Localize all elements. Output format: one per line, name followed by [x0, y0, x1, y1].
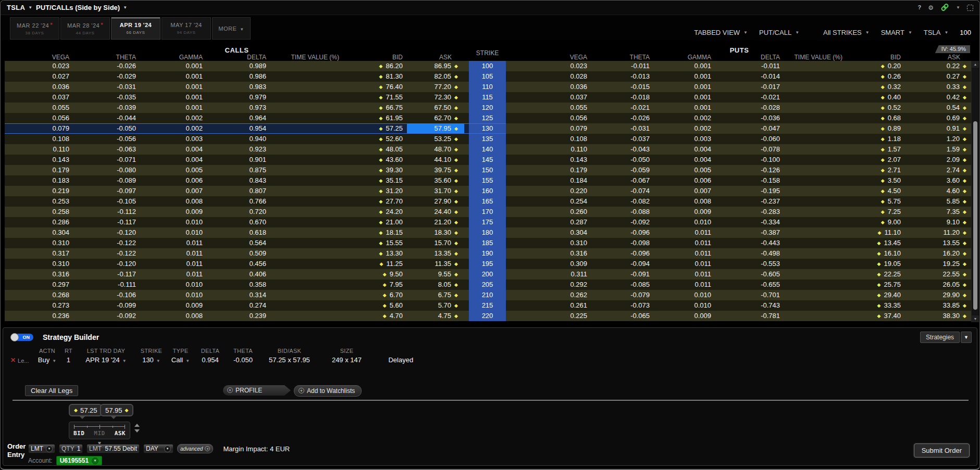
- tab-apr-19-24[interactable]: APR 19 '24 66 DAYS: [111, 17, 160, 40]
- call-vega[interactable]: 0.179: [5, 165, 80, 175]
- tif-select[interactable]: DAY ▼: [143, 444, 173, 453]
- call-bid[interactable]: ◆48.05: [350, 144, 407, 155]
- put-time-value[interactable]: [790, 248, 853, 259]
- call-vega[interactable]: 0.304: [5, 227, 80, 238]
- call-ask[interactable]: 67.50◆: [407, 103, 464, 113]
- put-time-value[interactable]: [790, 61, 853, 71]
- put-theta[interactable]: -0.031: [598, 123, 660, 134]
- put-bid[interactable]: ◆33.35: [853, 300, 905, 311]
- put-vega[interactable]: 0.316: [506, 248, 598, 259]
- put-gamma[interactable]: 0.009: [660, 207, 722, 217]
- call-vega[interactable]: 0.316: [5, 269, 80, 280]
- call-gamma[interactable]: 0.010: [146, 217, 213, 227]
- put-delta[interactable]: -0.078: [722, 144, 790, 155]
- leg-col-value[interactable]: Call▼: [166, 355, 194, 365]
- col-header-delta[interactable]: DELTA: [722, 54, 790, 61]
- put-ask[interactable]: 0.69◆: [905, 113, 973, 123]
- put-ask[interactable]: 11.20◆: [905, 227, 973, 238]
- strike-cell[interactable]: 140: [469, 144, 506, 155]
- col-header-bid[interactable]: BID: [350, 54, 407, 61]
- option-row-165[interactable]: 0.253-0.1050.0080.766◆27.7027.90◆1650.25…: [5, 196, 973, 207]
- call-theta[interactable]: -0.026: [80, 61, 146, 71]
- put-theta[interactable]: -0.096: [598, 248, 660, 259]
- put-bid[interactable]: ◆37.40: [853, 311, 905, 321]
- put-time-value[interactable]: [790, 259, 853, 269]
- call-theta[interactable]: -0.056: [80, 134, 146, 144]
- tab-mar-22-24[interactable]: MAR 22 '24■ 38 DAYS: [10, 17, 59, 40]
- put-bid[interactable]: ◆0.68: [853, 113, 905, 123]
- put-vega[interactable]: 0.309: [506, 259, 598, 269]
- put-gamma[interactable]: 0.010: [660, 290, 722, 300]
- call-time-value[interactable]: [277, 155, 350, 165]
- put-bid[interactable]: ◆29.40: [853, 290, 905, 300]
- put-delta[interactable]: -0.047: [722, 123, 790, 134]
- leg-col-value[interactable]: Buy▼: [33, 355, 61, 365]
- put-time-value[interactable]: [790, 196, 853, 207]
- call-gamma[interactable]: 0.008: [146, 196, 213, 207]
- call-delta[interactable]: 0.358: [213, 280, 277, 290]
- call-delta[interactable]: 0.509: [213, 248, 277, 259]
- dropdown-icon[interactable]: ▼: [46, 446, 53, 452]
- tab-mar-28-24[interactable]: MAR 28 '24■ 44 DAYS: [60, 17, 110, 40]
- call-theta[interactable]: -0.117: [80, 217, 146, 227]
- put-theta[interactable]: -0.079: [598, 290, 660, 300]
- call-ask[interactable]: 53.25◆: [407, 134, 464, 144]
- put-time-value[interactable]: [790, 123, 853, 134]
- put-bid[interactable]: ◆16.10: [853, 248, 905, 259]
- call-gamma[interactable]: 0.010: [146, 227, 213, 238]
- put-time-value[interactable]: [790, 186, 853, 196]
- call-time-value[interactable]: [277, 248, 350, 259]
- call-gamma[interactable]: 0.010: [146, 280, 213, 290]
- put-ask[interactable]: 29.90◆: [905, 290, 973, 300]
- put-time-value[interactable]: [790, 175, 853, 186]
- put-delta[interactable]: -0.100: [722, 155, 790, 165]
- put-vega[interactable]: 0.028: [506, 71, 598, 82]
- put-ask[interactable]: 0.22◆: [905, 61, 973, 71]
- mid-label[interactable]: MID: [94, 430, 105, 437]
- call-ask[interactable]: 8.05◆: [407, 280, 464, 290]
- put-gamma[interactable]: 0.005: [660, 165, 722, 175]
- put-gamma[interactable]: 0.008: [660, 196, 722, 207]
- put-gamma[interactable]: 0.011: [660, 227, 722, 238]
- put-time-value[interactable]: [790, 103, 853, 113]
- scrollbar[interactable]: ▲ ▼: [971, 61, 979, 322]
- call-delta[interactable]: 0.979: [213, 92, 277, 103]
- put-bid[interactable]: ◆22.25: [853, 269, 905, 280]
- view-control-put-call[interactable]: PUT/CALL▼: [759, 29, 799, 36]
- call-delta[interactable]: 0.875: [213, 165, 277, 175]
- call-gamma[interactable]: 0.001: [146, 61, 213, 71]
- view-control-tsla[interactable]: TSLA▼: [924, 29, 948, 36]
- put-ask[interactable]: 38.30◆: [905, 311, 973, 321]
- strike-cell[interactable]: 135: [469, 134, 506, 144]
- call-theta[interactable]: -0.029: [80, 71, 146, 82]
- put-gamma[interactable]: 0.006: [660, 175, 722, 186]
- call-delta[interactable]: 0.564: [213, 238, 277, 248]
- call-bid[interactable]: ◆5.60: [350, 300, 407, 311]
- put-theta[interactable]: -0.037: [598, 134, 660, 144]
- view-control-100[interactable]: 100: [960, 29, 971, 36]
- put-bid[interactable]: ◆2.71: [853, 165, 905, 175]
- call-vega[interactable]: 0.273: [5, 300, 80, 311]
- call-ask[interactable]: 39.75◆: [407, 165, 464, 175]
- ask-label[interactable]: ASK: [115, 430, 126, 437]
- put-delta[interactable]: -0.553: [722, 259, 790, 269]
- call-ask[interactable]: 18.30◆: [407, 227, 464, 238]
- call-theta[interactable]: -0.120: [80, 259, 146, 269]
- call-delta[interactable]: 0.901: [213, 155, 277, 165]
- call-time-value[interactable]: [277, 227, 350, 238]
- price-slider[interactable]: BID MID ASK: [69, 422, 130, 439]
- call-gamma[interactable]: 0.001: [146, 92, 213, 103]
- call-time-value[interactable]: [277, 82, 350, 92]
- put-time-value[interactable]: [790, 155, 853, 165]
- call-theta[interactable]: -0.106: [80, 290, 146, 300]
- strike-cell[interactable]: 220: [469, 311, 506, 321]
- profile-button[interactable]: +PROFILE: [223, 385, 291, 396]
- spinner-down-icon[interactable]: [134, 429, 140, 433]
- call-vega[interactable]: 0.253: [5, 196, 80, 207]
- put-theta[interactable]: -0.091: [598, 269, 660, 280]
- put-time-value[interactable]: [790, 238, 853, 248]
- put-bid[interactable]: ◆13.45: [853, 238, 905, 248]
- call-gamma[interactable]: 0.005: [146, 165, 213, 175]
- quantity-field[interactable]: QTY 1: [59, 444, 83, 453]
- call-bid[interactable]: ◆13.30: [350, 248, 407, 259]
